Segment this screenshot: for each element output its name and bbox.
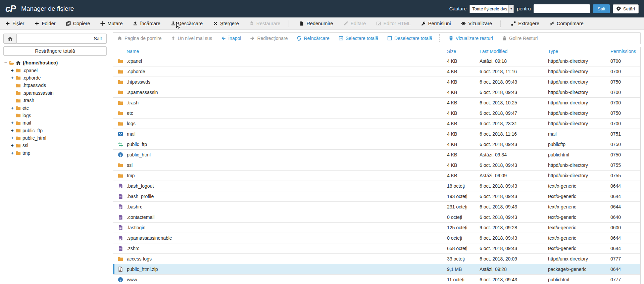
home-icon: [117, 36, 122, 41]
sidebar-go-button[interactable]: Salt: [89, 34, 107, 44]
file-modified: 6 oct. 2018, 23:31: [480, 118, 548, 129]
file-row-bash-profile[interactable]: .bash_profile193 octeţi6 oct. 2018, 09:4…: [113, 191, 640, 201]
file-row-lastlogin[interactable]: .lastlogin125 octeţi9 oct. 2018, 09:28te…: [113, 222, 640, 233]
toolbar-copiere[interactable]: Copiere: [66, 21, 90, 26]
file-type: publicftp: [548, 139, 610, 149]
file-name: .spamassassin: [127, 90, 158, 95]
toolbar-folder[interactable]: Folder: [35, 21, 55, 26]
tree-item-label: etc: [22, 105, 29, 111]
file-name: public_html: [127, 152, 151, 157]
tree-item-public-ftp[interactable]: +public_ftp: [3, 127, 107, 134]
nav-re-nc-rcare[interactable]: Reîncărcare: [297, 36, 329, 41]
tree-item-mail[interactable]: +mail: [3, 119, 107, 127]
file-type: httpd/unix-directory: [548, 56, 610, 66]
toolbar-tergere[interactable]: Ştergere: [213, 21, 239, 26]
file-row-contactemail[interactable]: .contactemail0 octeţi6 oct. 2018, 09:43t…: [113, 212, 640, 222]
text-file-icon: [118, 235, 123, 241]
file-name: tmp: [127, 173, 135, 178]
nav-selectare-total[interactable]: Selectare totală: [339, 36, 378, 41]
column-header-size[interactable]: Size: [447, 47, 480, 56]
file-type: text/x-generic: [548, 191, 610, 201]
pentru-label: pentru: [517, 6, 531, 11]
toolbar-fi-ier[interactable]: Fişier: [5, 21, 24, 26]
column-header-permissions[interactable]: Permissions: [610, 47, 640, 56]
toolbar-mutare[interactable]: Mutare: [100, 21, 122, 26]
tree-item-public-html[interactable]: +public_html: [3, 134, 107, 142]
file-row-zshrc[interactable]: .zshrc658 octeţi6 oct. 2018, 09:43text/x…: [113, 243, 640, 253]
file-row-public-ftp[interactable]: public_ftp4 KB6 oct. 2018, 09:43publicft…: [113, 139, 640, 149]
file-row-logs[interactable]: logs4 KB6 oct. 2018, 23:31httpd/unix-dir…: [113, 118, 640, 129]
column-header-type[interactable]: Type: [548, 47, 610, 56]
file-row-tmp[interactable]: tmp4 KBAstăzi, 09:09httpd/unix-directory…: [113, 170, 640, 181]
toolbar-extragere[interactable]: Extragere: [511, 21, 539, 26]
file-row-public-html-zip[interactable]: public_html.zip9,1 MBAstăzi, 09:28packag…: [113, 264, 640, 274]
file-name: .zshrc: [127, 246, 139, 251]
tree-item-tmp[interactable]: +tmp: [3, 149, 107, 157]
tree-item-etc[interactable]: +etc: [3, 104, 107, 111]
search-go-button[interactable]: Salt: [593, 4, 609, 13]
toolbar-nc-rcare[interactable]: Încărcare: [133, 21, 160, 26]
collapse-all-button[interactable]: Restrângere totală: [3, 46, 107, 56]
search-input[interactable]: [534, 4, 590, 13]
tree-item-ssl[interactable]: +ssl: [3, 142, 107, 149]
settings-button[interactable]: Setări: [613, 4, 639, 13]
file-row-trash[interactable]: .trash4 KB6 oct. 2018, 10:25httpd/unix-d…: [113, 97, 640, 108]
file-row-bash-logout[interactable]: .bash_logout18 octeţi6 oct. 2018, 09:43t…: [113, 181, 640, 191]
file-type: mail: [548, 129, 610, 139]
sidebar-path-input[interactable]: [17, 34, 89, 44]
tree-toggle-icon[interactable]: +: [10, 120, 14, 126]
file-perms: 0644: [610, 233, 640, 243]
tree-item-logs[interactable]: logs: [3, 112, 107, 119]
tree-item-cpanel[interactable]: +.cpanel: [3, 66, 107, 74]
nav-napoi[interactable]: Înapoi: [221, 36, 241, 41]
sidebar-home-button[interactable]: [3, 34, 17, 44]
tree-toggle-icon[interactable]: +: [10, 68, 14, 73]
nav-divider: [439, 34, 440, 42]
tree-item-htpasswds[interactable]: .htpasswds: [3, 82, 107, 89]
toolbar-permisiuni[interactable]: Permisiuni: [421, 21, 451, 26]
toolbar-vizualizare[interactable]: Vizualizare: [461, 21, 492, 26]
file-row-mail[interactable]: mail4 KB6 oct. 2018, 11:16mail0751: [113, 129, 640, 139]
file-row-cpanel[interactable]: .cpanel4 KBAstăzi, 09:18httpd/unix-direc…: [113, 56, 640, 66]
file-name: .cpanel: [127, 58, 142, 64]
file-row-ssl[interactable]: ssl4 KB6 oct. 2018, 09:43httpd/unix-dire…: [113, 160, 640, 170]
file-row-etc[interactable]: etc4 KB6 oct. 2018, 09:47httpd/unix-dire…: [113, 108, 640, 118]
tree-toggle-icon[interactable]: +: [10, 128, 14, 133]
file-modified: 6 oct. 2018, 11:16: [480, 66, 548, 77]
file-row-cphorde[interactable]: .cphorde4 KB6 oct. 2018, 11:16httpd/unix…: [113, 66, 640, 77]
upload-icon: [133, 21, 138, 26]
plus-icon: [5, 21, 10, 26]
file-name: logs: [127, 121, 136, 126]
tree-item-spamassassin[interactable]: .spamassassin: [3, 89, 107, 97]
tree-item-home-hostico[interactable]: −(/home/hostico): [3, 59, 107, 66]
file-size: 193 octeţi: [447, 191, 480, 201]
tree-item-cphorde[interactable]: +.cphorde: [3, 74, 107, 82]
file-perms: 0640: [610, 212, 640, 222]
page-title: Manager de fişiere: [21, 5, 74, 12]
column-header-last-modified[interactable]: Last Modified: [480, 47, 548, 56]
tree-item-trash[interactable]: .trash: [3, 97, 107, 104]
tree-toggle-icon[interactable]: −: [3, 60, 8, 65]
tree-toggle-icon[interactable]: +: [10, 75, 14, 81]
tree-toggle-icon[interactable]: +: [10, 105, 14, 111]
file-row-htpasswds[interactable]: .htpasswds4 KB6 oct. 2018, 09:43httpd/un…: [113, 77, 640, 87]
column-header-name[interactable]: Name: [113, 47, 447, 56]
file-row-bashrc[interactable]: .bashrc231 octeţi6 oct. 2018, 09:43text/…: [113, 201, 640, 212]
tree-toggle-icon[interactable]: +: [10, 150, 14, 156]
toolbar-comprimare[interactable]: Comprimare: [550, 21, 584, 26]
file-actions-toolbar: FişierFolderCopiereMutareÎncărcareDescăr…: [0, 17, 644, 30]
file-row-access-logs[interactable]: access-logs33 octeţi6 oct. 2018, 20:09ht…: [113, 253, 640, 264]
file-row-www[interactable]: www11 octeţi6 oct. 2018, 09:43publichtml…: [113, 274, 640, 284]
file-row-spamassassinenable[interactable]: .spamassassinenable0 octeţi6 oct. 2018, …: [113, 233, 640, 243]
toolbar-desc-rcare[interactable]: Descărcare: [171, 21, 203, 26]
file-row-spamassassin[interactable]: .spamassassin4 KB6 oct. 2018, 09:43httpd…: [113, 87, 640, 97]
search-scope-select[interactable]: Toate fişierele dvs. ▾: [469, 5, 514, 13]
nav-vizualizare-resturi[interactable]: Vizualizare resturi: [449, 36, 493, 41]
tree-toggle-icon[interactable]: +: [10, 135, 14, 141]
file-modified: 6 oct. 2018, 09:43: [480, 274, 548, 284]
toolbar-redenumire[interactable]: Redenumire: [299, 21, 333, 26]
nav-deselectare-total[interactable]: Deselectare totală: [387, 36, 432, 41]
tree-toggle-icon[interactable]: +: [10, 143, 14, 148]
tree-item-label: (/home/hostico): [23, 60, 58, 65]
file-row-public-html[interactable]: public_html4 KBAstăzi, 09:34publichtml07…: [113, 149, 640, 160]
